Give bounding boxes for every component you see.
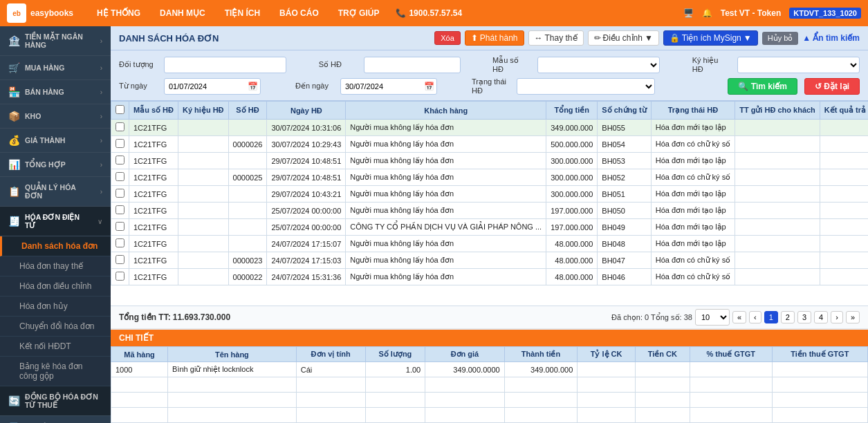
table-row[interactable]: 1C21TFG 29/07/2024 10:48:51 Người mua kh… [111, 153, 869, 169]
per-page-select[interactable]: 10 20 50 100 [695, 309, 730, 326]
row-checkbox[interactable] [116, 189, 124, 198]
nav-danh-muc[interactable]: DANH MỤC [157, 7, 208, 19]
search-button[interactable]: 🔍 Tìm kiếm [728, 78, 797, 95]
row-ket-qua [820, 136, 868, 153]
sidebar-sub-thay-the[interactable]: Hóa đơn thay thế [0, 256, 111, 276]
row-ngay-hd: 24/07/2024 17:15:07 [267, 236, 346, 252]
table-row[interactable]: 1C21TFG 0000026 30/07/2024 10:29:43 Ngườ… [111, 136, 869, 153]
ky-hieu-hd-select[interactable] [737, 57, 860, 73]
so-hd-input[interactable] [364, 57, 461, 73]
doi-tuong-input[interactable] [164, 57, 286, 73]
row-checkbox[interactable] [116, 272, 124, 281]
row-checkbox[interactable] [116, 139, 124, 148]
thay-the-button[interactable]: ↔ Thay thế [528, 30, 584, 46]
table-row[interactable]: 1C21TFG 0000025 29/07/2024 10:48:51 Ngườ… [111, 169, 869, 186]
sidebar-item-kho[interactable]: 📦 KHO › [0, 104, 111, 129]
trang-thai-hd-select[interactable] [517, 78, 655, 95]
col-tong-tien: Tổng tiền [546, 102, 598, 120]
page-1-button[interactable]: 1 [764, 311, 778, 323]
table-row[interactable]: 1C21TFG 24/07/2024 17:15:07 Người mua kh… [111, 236, 869, 252]
detail-don-vi: Cái [296, 362, 365, 377]
row-checkbox[interactable] [116, 156, 124, 164]
page-4-button[interactable]: 4 [814, 311, 828, 323]
next-page-button[interactable]: › [831, 311, 843, 323]
page-3-button[interactable]: 3 [797, 311, 811, 323]
row-checkbox[interactable] [116, 172, 124, 181]
sidebar-sub-dieu-chinh[interactable]: Hóa đơn điều chỉnh [0, 276, 111, 297]
row-so-hd: 0000022 [228, 269, 267, 285]
row-mau-so: 1C21TFG [129, 219, 178, 236]
row-ngay-hd: 24/07/2024 15:31:36 [267, 269, 346, 285]
dieu-chinh-button[interactable]: ✏ Điều chỉnh ▼ [588, 30, 659, 46]
table-row[interactable]: 1C21TFG 29/07/2024 10:43:21 Người mua kh… [111, 186, 869, 203]
sidebar-sub-bang-ke[interactable]: Bảng kê hóa đơn công gộp [0, 357, 111, 386]
nav-bao-cao[interactable]: BÁO CÁO [277, 7, 322, 19]
row-ngay-hd: 29/07/2024 10:48:51 [267, 169, 346, 186]
row-checkbox-cell [111, 236, 129, 252]
row-ket-qua [820, 169, 868, 186]
huy-bo-button[interactable]: Hủy bỏ [762, 32, 799, 45]
sidebar-sub-danh-sach[interactable]: Danh sách hóa đơn [0, 236, 111, 256]
prev-page-button[interactable]: ‹ [749, 311, 761, 323]
reset-button[interactable]: ↺ Đặt lại [804, 78, 860, 95]
table-row[interactable]: 1C21TFG 25/07/2024 00:00:00 CÔNG TY CỔ P… [111, 219, 869, 236]
mau-so-hd-label: Mẫu số HĐ [492, 56, 530, 73]
row-ket-qua [820, 120, 868, 136]
row-checkbox[interactable] [116, 122, 124, 131]
mau-so-hd-select[interactable] [537, 57, 660, 73]
select-all-checkbox[interactable] [116, 105, 124, 114]
mysign-button[interactable]: 🔒 Tiện ích MySign ▼ [663, 30, 758, 46]
so-hd-label: Số HĐ [319, 60, 357, 69]
row-checkbox-cell [111, 136, 129, 153]
table-row[interactable]: 1C21TFG 0000023 24/07/2024 17:15:03 Ngườ… [111, 252, 869, 269]
last-page-button[interactable]: » [846, 311, 860, 323]
page-2-button[interactable]: 2 [781, 311, 795, 323]
row-mau-so: 1C21TFG [129, 120, 178, 136]
sidebar-item-dong-bo[interactable]: 🔄 ĐỒNG BỘ HÓA ĐƠN TỪ THUẾ [0, 386, 111, 416]
calendar-icon[interactable]: 📅 [248, 82, 258, 91]
row-checkbox[interactable] [116, 222, 124, 231]
mua-hang-icon: 🛒 [8, 62, 19, 73]
sidebar-sub-chuyen-doi[interactable]: Chuyển đổi hóa đơn [0, 317, 111, 337]
nav-tro-giup[interactable]: TRỢ GIÚP [335, 7, 382, 19]
row-trang-thai: Hóa đơn mới tạo lập [651, 153, 735, 169]
an-tim-kiem-button[interactable]: ▲ Ẩn tìm kiếm [802, 33, 860, 43]
row-ky-hieu [178, 219, 229, 236]
screen-icon[interactable]: 🖥️ [683, 8, 694, 18]
sidebar-item-tien-mat[interactable]: 🏦 TIỀN MẶT NGÂN HÀNG › [0, 26, 111, 56]
row-tt-gui [735, 219, 820, 236]
table-row[interactable]: 1C21TFG 25/07/2024 00:00:00 Người mua kh… [111, 203, 869, 219]
sidebar-item-quan-ly-hoa-don[interactable]: 📋 QUẢN LÝ HÓA ĐƠN › [0, 177, 111, 207]
tu-ngay-input[interactable] [164, 78, 261, 95]
doi-tuong-label: Đối tượng [119, 60, 157, 69]
table-row[interactable]: 1C21TFG 30/07/2024 10:31:06 Người mua kh… [111, 120, 869, 136]
sidebar-label-quan-ly: QUẢN LÝ HÓA ĐƠN [25, 183, 95, 200]
sidebar-item-ban-hang[interactable]: 🏪 BÁN HÀNG › [0, 80, 111, 104]
row-checkbox[interactable] [116, 205, 124, 214]
sidebar-sub-huy[interactable]: Hóa đơn hủy [0, 297, 111, 317]
sidebar-item-thue[interactable]: 📑 THUẾ › [0, 416, 111, 423]
den-ngay-input[interactable] [340, 78, 437, 95]
table-row[interactable]: 1C21TFG 0000022 24/07/2024 15:31:36 Ngườ… [111, 269, 869, 285]
calendar-icon-2[interactable]: 📅 [424, 82, 434, 91]
sidebar-item-hoa-don-dien-tu[interactable]: 🧾 HÓA ĐƠN ĐIỆN TỬ ∨ [0, 207, 111, 236]
nav-he-thong[interactable]: HỆ THỐNG [94, 7, 143, 19]
row-checkbox[interactable] [116, 255, 124, 264]
sidebar-item-mua-hang[interactable]: 🛒 MUA HÀNG › [0, 56, 111, 80]
sidebar-item-tong-hop[interactable]: 📊 TỔNG HỢP › [0, 153, 111, 177]
phat-hanh-button[interactable]: ⬆ Phát hành [465, 30, 524, 46]
invoice-table-area: Mẫu số HĐ Ký hiệu HĐ Số HĐ Ngày HĐ Khách… [111, 101, 868, 306]
row-checkbox[interactable] [116, 238, 124, 247]
filter-section: Đối tượng Số HĐ Mẫu số HĐ Ký hiệu HĐ Từ … [111, 50, 868, 101]
col-khach-hang: Khách hàng [346, 102, 546, 120]
bell-icon[interactable]: 🔔 [702, 8, 712, 18]
xoa-button[interactable]: Xóa [434, 31, 461, 45]
nav-tien-ich[interactable]: TIỆN ÍCH [222, 7, 263, 19]
row-so-ct: BH051 [598, 186, 651, 203]
row-so-ct: BH049 [598, 219, 651, 236]
row-mau-so: 1C21TFG [129, 169, 178, 186]
first-page-button[interactable]: « [732, 311, 746, 323]
sidebar-item-gia-thanh[interactable]: 💰 GIÁ THÀNH › [0, 129, 111, 153]
row-khach-hang: Người mua không lấy hóa đơn [346, 203, 546, 219]
sidebar-sub-ket-noi[interactable]: Kết nối HĐDT [0, 337, 111, 357]
